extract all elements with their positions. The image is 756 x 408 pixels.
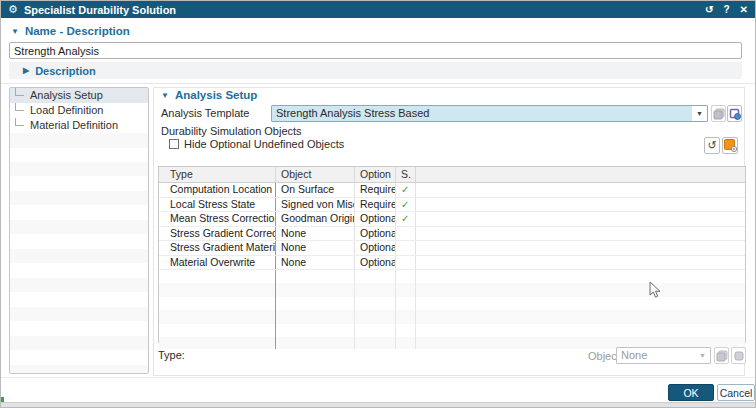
sidebar-item-label: Load Definition (30, 104, 103, 116)
cell-type: Computation Location (159, 183, 276, 197)
cell-type: Stress Gradient Correction (159, 227, 276, 241)
table-header-row: Type Object Option S. (159, 167, 745, 183)
sidebar-item-material-definition[interactable]: Material Definition (10, 118, 148, 133)
cell-option: Optional (355, 227, 396, 241)
cell-status (396, 256, 416, 270)
cell-option: Optional (355, 241, 396, 255)
title-bar[interactable]: ⚙ Specialist Durability Solution ↺ ? ✕ (1, 1, 755, 18)
cell-option: Optional (355, 256, 396, 270)
empty-list-rows (10, 133, 148, 374)
group-header-label: Analysis Setup (175, 89, 257, 101)
durability-simulation-objects-label: Durability Simulation Objects (161, 125, 302, 137)
table-row[interactable]: Local Stress State Signed von Mises Requ… (159, 198, 745, 213)
solution-name-input[interactable] (9, 42, 742, 59)
navigation-list: Analysis Setup Load Definition Material … (9, 87, 149, 374)
chevron-down-icon[interactable]: ▼ (692, 106, 707, 121)
column-header-object[interactable]: Object (276, 167, 355, 182)
close-icon[interactable]: ✕ (740, 1, 748, 18)
check-icon: ✓ (396, 183, 416, 197)
cell-option: Required (355, 183, 396, 197)
column-divider (354, 270, 355, 349)
copy-icon (713, 108, 725, 120)
dropdown-selected-value: None (617, 348, 695, 363)
simulation-objects-table: Type Object Option S. Computation Locati… (158, 166, 746, 343)
check-icon: ✓ (396, 212, 416, 226)
chevron-right-icon: ▶ (23, 66, 29, 75)
duplicate-icon (733, 350, 745, 362)
analysis-template-label: Analysis Template (161, 107, 249, 119)
cell-type: Mean Stress Correction (159, 212, 276, 226)
column-header-option[interactable]: Option (355, 167, 396, 182)
table-row[interactable]: Mean Stress Correction Goodman Original … (159, 212, 745, 227)
cell-option: Optional (355, 212, 396, 226)
dropdown-selected-value: Strength Analysis Stress Based (272, 106, 692, 121)
table-row[interactable]: Material Overwrite None Optional (159, 256, 745, 271)
group-header-label: Name - Description (25, 25, 130, 37)
clone-icon (729, 108, 741, 120)
copy-template-button[interactable] (711, 105, 726, 122)
help-icon[interactable]: ? (724, 1, 730, 18)
cell-empty (416, 241, 745, 255)
cell-object: On Surface (276, 183, 355, 197)
reset-objects-button[interactable]: ↺ (704, 137, 720, 154)
type-label: Type: (158, 349, 185, 361)
create-simulation-object-button[interactable] (722, 137, 738, 154)
chevron-down-icon: ▼ (161, 91, 169, 100)
reset-icon: ↺ (707, 139, 716, 152)
separator (1, 377, 756, 378)
cell-empty (416, 198, 745, 212)
ok-button-label: OK (683, 387, 698, 399)
cell-type: Material Overwrite (159, 256, 276, 270)
sidebar-item-analysis-setup[interactable]: Analysis Setup (10, 88, 148, 103)
cell-object: None (276, 227, 355, 241)
cell-status (396, 227, 416, 241)
checkbox-label: Hide Optional Undefined Objects (184, 138, 344, 150)
column-divider (275, 270, 276, 349)
reset-dialog-icon[interactable]: ↺ (705, 1, 713, 18)
cancel-button-label: Cancel (720, 387, 753, 399)
paste-object-button[interactable] (731, 347, 746, 364)
mouse-cursor (649, 281, 662, 302)
description-label: Description (35, 65, 96, 77)
table-row[interactable]: Stress Gradient Material None Optional (159, 241, 745, 256)
table-row[interactable]: Computation Location On Surface Required… (159, 183, 745, 198)
column-divider (395, 270, 396, 349)
cancel-button[interactable]: Cancel (717, 384, 755, 401)
column-header-status[interactable]: S. (396, 167, 416, 182)
check-icon: ✓ (396, 198, 416, 212)
description-group-header[interactable]: ▶ Description (9, 62, 742, 79)
dialog-title: Specialist Durability Solution (24, 4, 176, 16)
column-header-empty (416, 167, 745, 182)
cell-object: Signed von Mises (276, 198, 355, 212)
dialog-bottom-edge (1, 402, 756, 408)
cell-option: Required (355, 198, 396, 212)
cell-type: Stress Gradient Material (159, 241, 276, 255)
cell-empty (416, 212, 745, 226)
column-header-type[interactable]: Type (159, 167, 276, 182)
cell-empty (416, 183, 745, 197)
cell-object: None (276, 241, 355, 255)
analysis-setup-panel: ▼ Analysis Setup Analysis Template Stren… (153, 87, 745, 376)
cell-object: Goodman Original (276, 212, 355, 226)
sidebar-item-load-definition[interactable]: Load Definition (10, 103, 148, 118)
table-row[interactable]: Stress Gradient Correction None Optional (159, 227, 745, 242)
analysis-setup-group-header[interactable]: ▼ Analysis Setup (161, 89, 257, 101)
separator (1, 83, 756, 84)
sidebar-item-label: Analysis Setup (30, 89, 103, 101)
gear-icon: ⚙ (8, 3, 18, 16)
analysis-template-dropdown[interactable]: Strength Analysis Stress Based ▼ (271, 105, 708, 122)
name-description-group-header[interactable]: ▼ Name - Description (11, 25, 130, 37)
chevron-down-icon: ▼ (11, 27, 19, 36)
hide-optional-checkbox[interactable] (169, 139, 179, 149)
create-object-icon (724, 139, 737, 152)
ok-button[interactable]: OK (668, 384, 714, 401)
specialist-durability-solution-dialog: ⚙ Specialist Durability Solution ↺ ? ✕ ▼… (0, 0, 756, 408)
hide-optional-checkbox-row: Hide Optional Undefined Objects (169, 138, 344, 150)
object-dropdown[interactable]: None ▼ (616, 347, 711, 364)
cell-empty (416, 256, 745, 270)
cell-type: Local Stress State (159, 198, 276, 212)
clone-template-button[interactable] (727, 105, 742, 122)
column-divider (415, 270, 416, 349)
cell-object: None (276, 256, 355, 270)
copy-object-button[interactable] (714, 347, 729, 364)
